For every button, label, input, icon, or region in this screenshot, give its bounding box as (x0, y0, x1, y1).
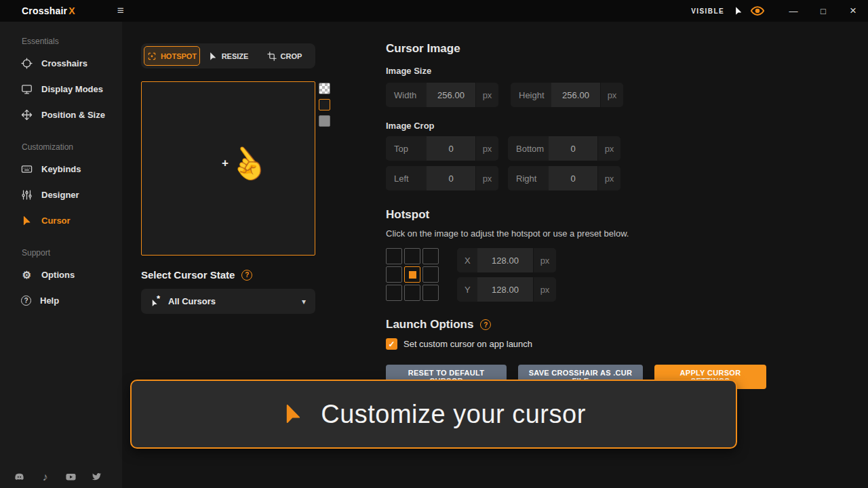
sidebar-item-designer[interactable]: Designer (0, 182, 122, 207)
hotspot-row: X px Y px (386, 248, 767, 302)
crop-right-unit: px (597, 166, 620, 190)
tab-hotspot[interactable]: HOTSPOT (144, 46, 200, 66)
discord-icon[interactable] (14, 471, 25, 483)
hotspot-preset-cell[interactable] (386, 248, 402, 264)
crosshair-icon (21, 58, 33, 69)
image-size-label: Image Size (386, 66, 767, 76)
visibility-eye-icon[interactable] (750, 5, 765, 16)
sidebar-item-label: Designer (41, 190, 79, 200)
sidebar-item-options[interactable]: ⚙ Options (0, 262, 122, 287)
crop-left-unit: px (475, 166, 498, 190)
cursor-preview-canvas[interactable]: + ☝ (141, 81, 315, 256)
display-icon (21, 83, 33, 95)
hotspot-preset-cell[interactable] (404, 248, 420, 264)
crop-icon (267, 52, 277, 61)
sidebar-item-position-size[interactable]: Position & Size (0, 102, 122, 127)
banner-cursor-arrow-icon (281, 400, 304, 428)
hotspot-preset-cell[interactable] (386, 266, 402, 283)
maximize-button[interactable]: □ (808, 0, 838, 22)
app-window: CrosshairX ≡ VISIBLE — □ × Essentials Cr… (0, 0, 868, 488)
tab-label: CROP (281, 52, 302, 60)
hotspot-description: Click on the image to adjust the hotspot… (386, 228, 767, 239)
tiktok-icon[interactable]: ♪ (39, 471, 51, 483)
hotspot-preset-cell[interactable] (404, 285, 420, 301)
hotspot-y-unit: px (533, 277, 556, 302)
hotspot-y-input[interactable] (477, 277, 533, 302)
swatch-gray[interactable] (319, 115, 330, 127)
height-input[interactable] (551, 83, 600, 107)
sidebar-item-label: Cursor (41, 216, 71, 226)
twitter-icon[interactable] (91, 471, 102, 483)
cursor-state-dropdown[interactable]: * All Cursors ▾ (141, 289, 315, 314)
cursor-image-heading: Cursor Image (386, 42, 767, 56)
crop-right-input[interactable] (549, 166, 597, 190)
sidebar-item-keybinds[interactable]: Keybinds (0, 156, 122, 182)
sidebar-item-label: Crosshairs (41, 58, 87, 68)
sidebar-item-label: Keybinds (41, 164, 81, 174)
hotspot-preset-cell-center-selected[interactable] (404, 266, 420, 283)
width-label: Width (386, 83, 427, 107)
height-field-group: Height px (511, 83, 623, 107)
crop-left-group: Left px (386, 166, 498, 190)
customize-cursor-banner: Customize your cursor (130, 380, 737, 449)
cursor-settings-panel: Cursor Image Image Size Width px Height … (386, 42, 767, 389)
tab-crop[interactable]: CROP (256, 46, 313, 66)
crop-row-1: Top px Bottom px (386, 136, 767, 161)
hotspot-icon (147, 52, 157, 61)
move-icon (21, 109, 33, 121)
app-name: Crosshair (22, 5, 67, 16)
crop-right-group: Right px (508, 166, 620, 190)
swatch-transparent[interactable] (319, 83, 330, 94)
height-unit: px (600, 83, 623, 107)
launch-checkbox-label: Set custom cursor on app launch (403, 339, 532, 349)
close-button[interactable]: × (838, 0, 868, 22)
hotspot-heading: Hotspot (386, 208, 767, 222)
crop-bottom-label: Bottom (508, 136, 549, 161)
crop-bottom-input[interactable] (549, 136, 597, 161)
minimize-button[interactable]: — (778, 0, 808, 22)
hotspot-y-group: Y px (457, 277, 556, 302)
crop-bottom-unit: px (597, 136, 620, 161)
sidebar-item-label: Options (41, 270, 75, 280)
launch-options-title: Launch Options (386, 318, 473, 331)
hotspot-preset-cell[interactable] (422, 248, 439, 264)
cursor-state-help-icon[interactable]: ? (241, 270, 252, 281)
width-input[interactable] (427, 83, 475, 107)
youtube-icon[interactable] (65, 471, 77, 483)
crop-right-label: Right (508, 166, 549, 190)
select-cursor-state-title: Select Cursor State (141, 269, 235, 281)
sidebar-item-label: Display Modes (41, 84, 103, 94)
sidebar-item-crosshairs[interactable]: Crosshairs (0, 50, 122, 76)
banner-text: Customize your cursor (321, 400, 586, 429)
hotspot-preset-cell[interactable] (422, 266, 439, 283)
tab-resize[interactable]: RESIZE (200, 46, 256, 66)
hotspot-x-label: X (457, 248, 477, 272)
gear-icon: ⚙ (21, 270, 33, 280)
sidebar-section-customization: Customization (22, 142, 122, 152)
swatch-dark-selected[interactable] (319, 99, 330, 110)
sidebar-section-support: Support (22, 248, 122, 258)
cursor-indicator-icon[interactable] (734, 5, 743, 16)
launch-options-help-icon[interactable]: ? (480, 319, 491, 330)
hamburger-menu-icon[interactable]: ≡ (117, 4, 124, 18)
launch-checkbox-row[interactable]: ✓ Set custom cursor on app launch (386, 338, 767, 350)
sidebar: Essentials Crosshairs Display Modes Posi… (0, 22, 122, 488)
tab-label: RESIZE (222, 52, 249, 60)
crop-top-input[interactable] (427, 136, 475, 161)
chevron-down-icon: ▾ (302, 297, 306, 306)
crop-bottom-group: Bottom px (508, 136, 620, 161)
hotspot-x-input[interactable] (477, 248, 533, 272)
visibility-status-label: VISIBLE (691, 7, 724, 15)
crop-left-input[interactable] (427, 166, 475, 190)
sidebar-item-display-modes[interactable]: Display Modes (0, 76, 122, 102)
hotspot-preset-cell[interactable] (386, 285, 402, 301)
cursor-hand-image: ☝ (222, 140, 272, 188)
sidebar-section-essentials: Essentials (22, 37, 122, 46)
hotspot-x-unit: px (533, 248, 556, 272)
width-unit: px (475, 83, 498, 107)
sidebar-item-cursor[interactable]: Cursor (0, 207, 122, 233)
hotspot-preset-cell[interactable] (422, 285, 439, 301)
launch-checkbox-checked[interactable]: ✓ (386, 338, 397, 350)
sidebar-item-help[interactable]: ? Help (0, 287, 122, 313)
cursor-editor-left-column: HOTSPOT RESIZE CROP + ☝ (141, 43, 315, 314)
